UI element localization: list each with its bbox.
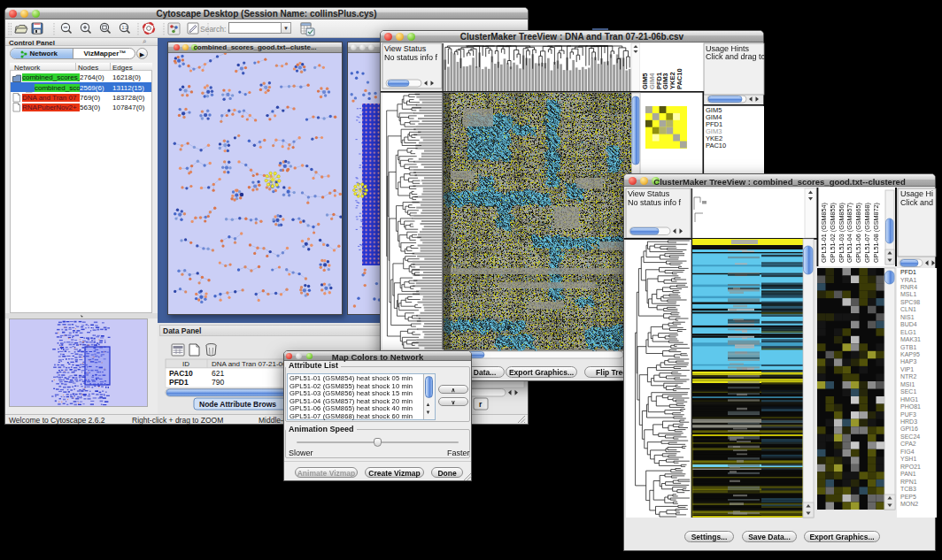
svg-text:YRA1: YRA1 <box>900 277 916 283</box>
svg-text:ELG1: ELG1 <box>900 329 916 335</box>
svg-text:621: 621 <box>212 369 224 378</box>
svg-text:PUF3: PUF3 <box>900 411 916 418</box>
svg-text:GPL51-07 (GSM868): GPL51-07 (GSM868) <box>863 203 871 263</box>
svg-text:GPL51-01 (GSM854): GPL51-01 (GSM854) <box>820 203 828 263</box>
svg-text:NIS1: NIS1 <box>900 314 915 320</box>
svg-text:RNR4: RNR4 <box>900 284 917 290</box>
svg-text:Node Attribute Brows: Node Attribute Brows <box>199 400 276 409</box>
svg-text:PFD1: PFD1 <box>900 269 916 275</box>
svg-text:MAK31: MAK31 <box>900 336 921 342</box>
svg-text:GPL51-03 (GSM856): GPL51-03 (GSM856) <box>838 203 845 263</box>
svg-text:NTR2: NTR2 <box>900 373 916 380</box>
svg-text:SEC1: SEC1 <box>900 388 916 395</box>
svg-text:790: 790 <box>212 378 224 387</box>
svg-text:TCB3: TCB3 <box>900 486 916 492</box>
svg-text:GPL51-08 (GSM872): GPL51-08 (GSM872) <box>872 203 880 263</box>
svg-text:PEP5: PEP5 <box>900 494 916 500</box>
svg-text:GPL51-02 (GSM855): GPL51-02 (GSM855) <box>829 203 837 263</box>
svg-text:VIP1: VIP1 <box>900 366 914 372</box>
svg-text:SPC98: SPC98 <box>900 299 920 305</box>
svg-text:HMG1: HMG1 <box>900 396 918 403</box>
svg-text:CLN1: CLN1 <box>900 306 916 312</box>
svg-text:MSL1: MSL1 <box>900 291 916 297</box>
svg-text:ID: ID <box>182 360 189 368</box>
svg-text:YSH1: YSH1 <box>900 456 916 462</box>
svg-text:MSI1: MSI1 <box>900 381 915 387</box>
svg-text:RPN1: RPN1 <box>900 479 917 485</box>
svg-text:HRD3: HRD3 <box>900 418 917 425</box>
svg-text:GPI16: GPI16 <box>900 426 918 432</box>
svg-text:KAP95: KAP95 <box>900 351 920 357</box>
svg-text:PAC10: PAC10 <box>706 142 726 150</box>
svg-text:CPA2: CPA2 <box>900 441 916 447</box>
svg-text:PAC10: PAC10 <box>169 369 193 378</box>
svg-text:HAP3: HAP3 <box>900 358 916 364</box>
svg-text:FIG4: FIG4 <box>900 449 915 455</box>
svg-text:RPO21: RPO21 <box>900 464 921 470</box>
svg-text:PAC10: PAC10 <box>676 68 683 89</box>
svg-text:DNA and Tran 07-21-06b: DNA and Tran 07-21-06b <box>212 360 290 368</box>
svg-text:MON2: MON2 <box>900 501 918 507</box>
svg-text:PAN1: PAN1 <box>900 471 916 477</box>
svg-text:SEC24: SEC24 <box>900 433 920 440</box>
svg-text:GPL51-04 (GSM857): GPL51-04 (GSM857) <box>845 203 853 263</box>
svg-text:BUD4: BUD4 <box>900 321 917 327</box>
svg-text:PFD1: PFD1 <box>169 378 189 387</box>
svg-text:GPL51-06 (GSM865): GPL51-06 (GSM865) <box>854 203 862 263</box>
svg-text:PHO81: PHO81 <box>900 403 921 410</box>
svg-text:GTB1: GTB1 <box>900 344 916 350</box>
